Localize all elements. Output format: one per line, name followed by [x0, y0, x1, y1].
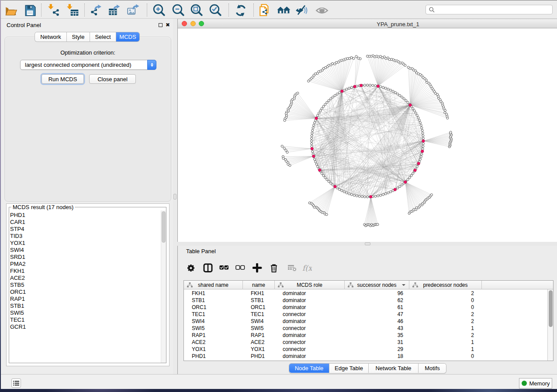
- table-row[interactable]: RAP1RAP1dominator352: [184, 332, 553, 339]
- zoom-in-button[interactable]: [151, 3, 166, 17]
- table-row[interactable]: ACE2ACE2connector311: [184, 339, 553, 346]
- memory-button[interactable]: Memory: [519, 378, 552, 389]
- export-table-button[interactable]: [107, 3, 122, 17]
- mcds-list-scrollbar[interactable]: [161, 210, 166, 363]
- tab-network[interactable]: Network: [35, 32, 67, 41]
- mcds-result-list[interactable]: PHD1CAR1STP4TID3YOX1SWI4SRD1PMA2FKH1ACE2…: [10, 212, 160, 362]
- table-settings-button[interactable]: [185, 262, 197, 274]
- vertical-splitter[interactable]: [173, 19, 177, 374]
- maximize-window-icon[interactable]: [199, 21, 204, 26]
- table-cell: PHD1: [251, 353, 265, 360]
- tab-edge-table[interactable]: Edge Table: [329, 364, 369, 373]
- mcds-result-item[interactable]: ORC1: [10, 289, 160, 296]
- first-neighbors-button[interactable]: [276, 3, 291, 17]
- function-builder-button: f(x): [301, 262, 313, 274]
- minimize-window-icon[interactable]: [190, 21, 196, 26]
- network-graph[interactable]: [178, 28, 557, 242]
- mcds-result-item[interactable]: SRD1: [10, 254, 160, 261]
- mcds-result-box: MCDS result (17 nodes) PHD1CAR1STP4TID3Y…: [6, 203, 170, 366]
- mcds-result-item[interactable]: TID3: [10, 233, 160, 240]
- mcds-result-item[interactable]: STP4: [10, 226, 160, 233]
- criterion-value: largest connected component (undirected): [21, 62, 147, 68]
- open-file-button[interactable]: [3, 3, 18, 17]
- vertical-splitter-handle[interactable]: [173, 194, 176, 199]
- mcds-tab-content: Optimization criterion: largest connecte…: [4, 37, 171, 202]
- add-column-button[interactable]: [251, 262, 263, 274]
- table-row[interactable]: TEC1TEC1connector472: [184, 311, 553, 318]
- float-panel-icon[interactable]: [159, 23, 163, 27]
- show-all-button[interactable]: [315, 3, 329, 17]
- run-mcds-button[interactable]: Run MCDS: [42, 74, 84, 84]
- mcds-result-item[interactable]: STB1: [10, 303, 160, 309]
- zoom-selected-button[interactable]: [208, 3, 222, 17]
- table-cell: 29: [345, 346, 403, 353]
- column-type-icon: [187, 282, 193, 288]
- save-session-button[interactable]: [22, 3, 37, 17]
- column-header-successor-nodes[interactable]: successor nodes: [345, 281, 409, 289]
- mcds-result-item[interactable]: TEC1: [10, 316, 160, 323]
- column-header-shared-name[interactable]: shared name: [184, 281, 243, 289]
- mcds-result-item[interactable]: RAP1: [10, 296, 160, 303]
- tab-style[interactable]: Style: [67, 32, 90, 41]
- mcds-result-item[interactable]: STB5: [10, 282, 160, 289]
- table-cell: connector: [283, 346, 306, 353]
- table-row[interactable]: SWI4SWI4dominator462: [184, 318, 553, 325]
- mcds-result-item[interactable]: FKH1: [10, 268, 160, 275]
- mcds-list-scrollbar-thumb[interactable]: [162, 211, 166, 243]
- show-panels-list-button[interactable]: [11, 378, 21, 388]
- table-row[interactable]: ORC1ORC1dominator610: [184, 304, 553, 311]
- delete-column-button[interactable]: [268, 262, 280, 274]
- search-box[interactable]: [426, 5, 553, 14]
- deselect-all-button[interactable]: [234, 262, 246, 274]
- tab-mcds[interactable]: MCDS: [116, 32, 139, 41]
- criterion-dropdown[interactable]: largest connected component (undirected): [20, 60, 156, 70]
- mcds-result-item[interactable]: SWI4: [10, 247, 160, 254]
- horizontal-splitter[interactable]: [177, 242, 557, 246]
- tab-node-table[interactable]: Node Table: [289, 364, 329, 373]
- table-cell: 2: [409, 290, 474, 297]
- tab-select[interactable]: Select: [90, 32, 116, 41]
- clone-network-button[interactable]: [258, 3, 273, 17]
- show-column-button[interactable]: [202, 262, 214, 274]
- plus-icon: [253, 263, 262, 273]
- table-row[interactable]: PHD1PHD1dominator180: [184, 353, 553, 360]
- table-cell: dominator: [283, 353, 306, 360]
- hide-selected-button[interactable]: [294, 3, 309, 17]
- mcds-result-item[interactable]: PMA2: [10, 261, 160, 268]
- horizontal-splitter-handle[interactable]: [365, 242, 370, 245]
- refresh-button[interactable]: [233, 3, 248, 17]
- zoom-out-button[interactable]: [170, 3, 185, 17]
- table-scrollbar[interactable]: [547, 289, 553, 361]
- search-input[interactable]: [435, 6, 552, 14]
- fit-content-button[interactable]: [189, 3, 204, 17]
- column-header-predecessor-nodes[interactable]: predecessor nodes: [409, 281, 482, 289]
- table-row[interactable]: FKH1FKH1dominator962: [184, 290, 553, 297]
- export-image-button[interactable]: [126, 3, 141, 17]
- network-window-titlebar[interactable]: YPA_prune.txt_1: [178, 19, 557, 28]
- close-window-icon[interactable]: [182, 21, 187, 26]
- table-cell: dominator: [283, 304, 306, 311]
- table-row[interactable]: SWI5SWI5connector431: [184, 325, 553, 332]
- import-table-button[interactable]: [65, 3, 80, 17]
- mcds-result-item[interactable]: ACE2: [10, 275, 160, 282]
- column-header-name[interactable]: name: [243, 281, 275, 289]
- close-panel-icon[interactable]: ✖: [166, 23, 170, 27]
- import-network-button[interactable]: [46, 3, 61, 17]
- export-network-button[interactable]: [89, 3, 104, 17]
- network-canvas[interactable]: [178, 28, 557, 242]
- mcds-result-item[interactable]: CAR1: [10, 219, 160, 226]
- memory-label: Memory: [529, 380, 550, 387]
- mcds-result-item[interactable]: PHD1: [10, 212, 160, 219]
- table-row[interactable]: STB1STB1dominator620: [184, 297, 553, 304]
- mcds-result-item[interactable]: YOX1: [10, 240, 160, 247]
- table-scrollbar-thumb[interactable]: [549, 290, 553, 327]
- table-row[interactable]: YOX1YOX1connector291: [184, 346, 553, 353]
- check-all-icon: [219, 263, 229, 273]
- tab-network-table[interactable]: Network Table: [369, 364, 419, 373]
- select-all-button[interactable]: [218, 262, 230, 274]
- mcds-result-item[interactable]: SWI5: [10, 309, 160, 316]
- mcds-result-item[interactable]: GCR1: [10, 323, 160, 330]
- column-header-MCDS-role[interactable]: MCDS role: [275, 281, 345, 289]
- close-panel-button[interactable]: Close panel: [89, 74, 136, 84]
- tab-motifs[interactable]: Motifs: [419, 364, 446, 373]
